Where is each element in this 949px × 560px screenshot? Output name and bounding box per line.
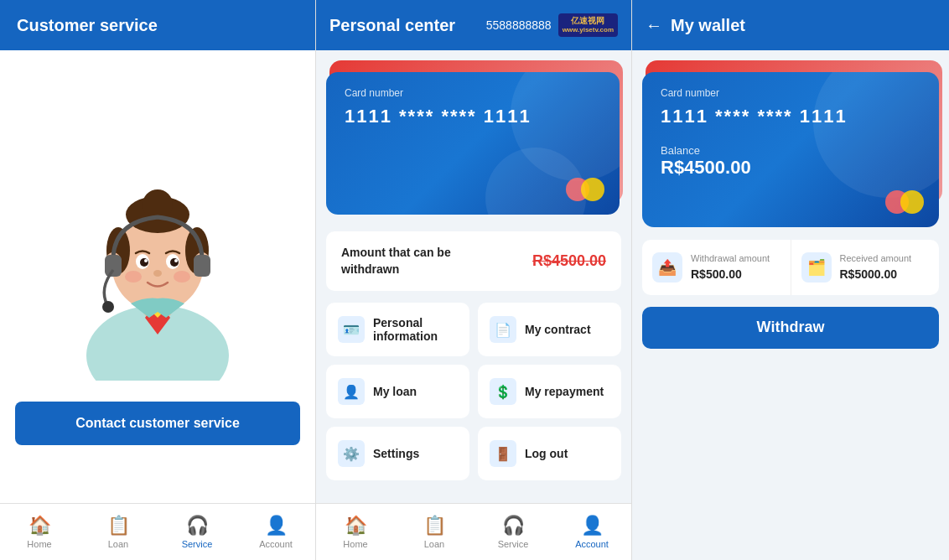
mastercard-logo [566,178,604,201]
right-title: My wallet [671,16,745,35]
contact-customer-service-button[interactable]: Contact customer service [15,402,300,445]
middle-nav-service[interactable]: 🎧 Service [474,504,552,560]
stats-row: 📤 Withdrawal amount R$500.00 🗂️ Received… [642,240,939,295]
withdrawal-label: Withdrawal amount [691,251,770,266]
middle-nav-account-label: Account [575,539,609,549]
avatar [65,108,250,393]
svg-point-15 [144,259,148,262]
stat-withdrawal: 📤 Withdrawal amount R$500.00 [642,240,791,295]
left-panel: Customer service [0,0,315,560]
middle-nav-loan-label: Loan [424,539,444,549]
menu-my-repayment-label: My repayment [525,385,604,398]
middle-body: Card number 1111 **** **** 1111 Amount t… [316,50,631,503]
wallet-mastercard-logo [885,190,924,214]
phone-number: 5588888888 [486,18,552,32]
received-icon: 🗂️ [801,252,832,283]
svg-point-17 [153,270,162,277]
menu-settings-label: Settings [373,447,419,460]
right-panel: ← My wallet Card number 1111 **** **** 1… [632,0,949,560]
svg-point-13 [140,258,148,267]
middle-header-right: 5588888888 亿速视网 www.yisetv.com [486,13,618,37]
svg-point-22 [102,301,114,313]
left-nav-service[interactable]: 🎧 Service [158,504,236,560]
home-icon: 🏠 [29,515,51,537]
right-body: Card number 1111 **** **** 1111 Balance … [632,50,949,560]
logo-line2: www.yisetv.com [563,26,614,34]
stat-received: 🗂️ Received amount R$5000.00 [791,240,940,295]
left-nav-service-label: Service [182,539,213,549]
menu-my-loan-label: My loan [373,385,417,398]
left-nav-loan-label: Loan [108,539,128,549]
middle-nav-service-label: Service [498,539,529,549]
wallet-card-number: 1111 **** **** 1111 [661,106,920,127]
service-icon: 🎧 [186,515,209,537]
account-icon: 👤 [265,515,288,537]
middle-nav-home-label: Home [343,539,367,549]
mc-yellow-circle [581,178,604,201]
wallet-card-front: Card number 1111 **** **** 1111 Balance … [642,72,939,227]
menu-my-contract-label: My contract [525,323,591,336]
menu-my-repayment[interactable]: 💲 My repayment [478,365,621,418]
left-nav-loan[interactable]: 📋 Loan [79,504,158,560]
left-body: Contact customer service [0,50,315,503]
amount-row: Amount that can be withdrawn R$4500.00 [326,231,621,291]
middle-service-icon: 🎧 [502,515,525,537]
logo-badge: 亿速视网 www.yisetv.com [558,13,618,37]
middle-bottom-nav: 🏠 Home 📋 Loan 🎧 Service 👤 Account [316,503,631,560]
log-out-icon: 🚪 [490,440,516,467]
wallet-mc-yellow [900,190,924,214]
stat-withdrawal-text: Withdrawal amount R$500.00 [691,251,770,283]
menu-my-loan[interactable]: 👤 My loan [326,365,469,418]
my-loan-icon: 👤 [338,378,365,405]
middle-nav-account[interactable]: 👤 Account [552,504,631,560]
wallet-card-stack: Card number 1111 **** **** 1111 Balance … [642,60,939,228]
wallet-balance-label: Balance [661,144,920,157]
left-title: Customer service [17,16,158,35]
svg-point-19 [174,271,190,283]
logo-line1: 亿速视网 [563,16,614,26]
my-contract-icon: 📄 [490,316,516,343]
middle-nav-home[interactable]: 🏠 Home [316,504,395,560]
received-label: Received amount [840,251,912,266]
loan-icon: 📋 [107,515,130,537]
card-front: Card number 1111 **** **** 1111 [326,72,620,215]
left-bottom-nav: 🏠 Home 📋 Loan 🎧 Service 👤 Account [0,503,315,560]
received-value: R$5000.00 [840,266,912,283]
back-arrow-icon[interactable]: ← [646,16,662,35]
middle-header: Personal center 5588888888 亿速视网 www.yise… [316,0,631,50]
middle-panel: Personal center 5588888888 亿速视网 www.yise… [315,0,632,560]
left-header: Customer service [0,0,315,50]
left-nav-home-label: Home [27,539,51,549]
left-nav-account-label: Account [259,539,293,549]
svg-point-16 [174,259,178,262]
menu-grid: 🪪 Personal information 📄 My contract 👤 M… [326,303,621,480]
amount-value: R$4500.00 [532,252,606,270]
card-number: 1111 **** **** 1111 [345,106,601,127]
middle-loan-icon: 📋 [423,515,446,537]
my-repayment-icon: 💲 [490,378,516,405]
menu-log-out[interactable]: 🚪 Log out [478,427,621,480]
withdraw-button[interactable]: Withdraw [642,307,939,349]
menu-personal-info-label: Personal information [373,316,458,343]
right-header: ← My wallet [632,0,949,50]
amount-label: Amount that can be withdrawn [341,245,475,277]
menu-log-out-label: Log out [525,447,568,460]
middle-account-icon: 👤 [581,515,604,537]
left-nav-account[interactable]: 👤 Account [236,504,315,560]
svg-rect-20 [105,255,122,277]
menu-my-contract[interactable]: 📄 My contract [478,303,621,356]
stat-received-text: Received amount R$5000.00 [840,251,912,283]
withdrawal-icon: 📤 [652,252,682,283]
personal-info-icon: 🪪 [338,316,365,343]
card-label: Card number [345,87,601,99]
settings-icon: ⚙️ [338,440,365,467]
card-stack: Card number 1111 **** **** 1111 [326,60,621,220]
menu-personal-info[interactable]: 🪪 Personal information [326,303,469,356]
menu-settings[interactable]: ⚙️ Settings [326,427,469,480]
middle-home-icon: 🏠 [345,515,367,537]
left-nav-home[interactable]: 🏠 Home [0,504,79,560]
middle-title: Personal center [329,16,455,35]
wallet-card-label: Card number [661,87,920,99]
wallet-balance-value: R$4500.00 [661,157,920,179]
middle-nav-loan[interactable]: 📋 Loan [395,504,474,560]
